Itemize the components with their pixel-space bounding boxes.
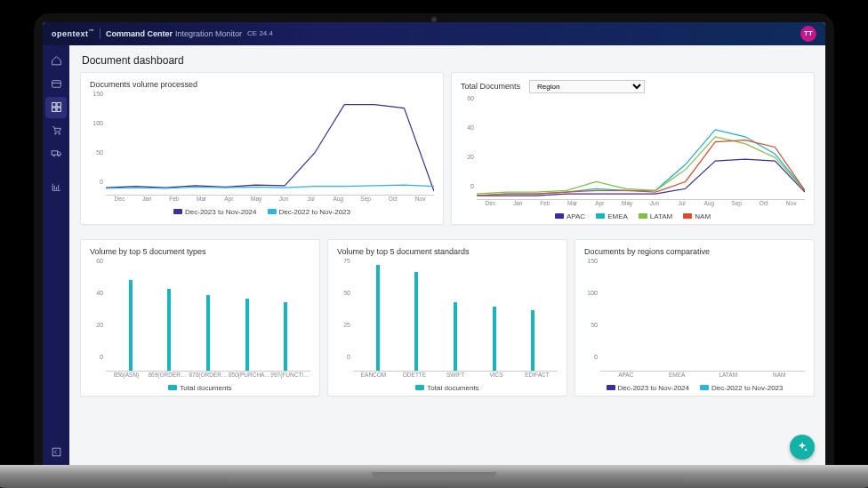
home-icon[interactable] — [45, 51, 67, 72]
brand-logo: opentext™ — [52, 28, 94, 38]
svg-point-6 — [58, 132, 60, 134]
card-regions-comparative: Documents by regions comparative 1501005… — [575, 239, 815, 396]
region-selector[interactable]: Region — [529, 80, 645, 93]
card-title: Documents volume processed — [90, 80, 197, 89]
page-title: Document dashboard — [82, 54, 815, 67]
app-version: CE 24.4 — [247, 29, 273, 37]
divider — [100, 28, 100, 39]
bar-chart-regions: 150100500 APACEMEALATAMNAM — [584, 258, 805, 372]
svg-point-8 — [52, 155, 54, 156]
svg-rect-3 — [52, 108, 55, 111]
svg-rect-4 — [57, 108, 60, 111]
svg-rect-2 — [57, 103, 60, 107]
app-subname: Integration Monitor — [175, 29, 242, 38]
card-doc-standards: Volume by top 5 document standards 75502… — [327, 239, 567, 396]
line-chart-total: 6040200 DecJanFebMarAprMayJunJulAugSepOc… — [461, 95, 805, 200]
app-name: Command Center — [106, 29, 173, 38]
svg-rect-10 — [52, 448, 60, 456]
inbox-icon[interactable] — [45, 74, 67, 95]
card-title: Total Documents — [461, 82, 520, 91]
assistant-fab[interactable] — [790, 435, 815, 460]
sidebar-nav — [43, 45, 69, 470]
bar-chart-types: 6040200 856(ASN)869(ORDER…870(ORDER…850(… — [90, 258, 310, 372]
card-doc-types: Volume by top 5 document types 6040200 8… — [80, 239, 320, 396]
bar-chart-standards: 7550250 EANCOMODETTESWIFTVICSEDIFACT — [337, 258, 558, 372]
truck-icon[interactable] — [45, 143, 67, 164]
dashboard-icon[interactable] — [45, 97, 67, 118]
collapse-icon[interactable] — [45, 442, 67, 463]
top-bar: opentext™ Command Center Integration Mon… — [43, 22, 825, 45]
svg-point-5 — [54, 132, 56, 134]
user-avatar[interactable]: TT — [800, 26, 816, 42]
card-volume-processed: Documents volume processed 150100500 Dec… — [80, 72, 444, 225]
cart-icon[interactable] — [45, 120, 67, 141]
line-chart-volume: 150100500 DecJanFebMarAprMayJunJulAugSep… — [90, 91, 434, 196]
svg-point-9 — [58, 155, 60, 156]
svg-rect-7 — [52, 151, 58, 155]
svg-rect-0 — [52, 81, 60, 88]
svg-rect-1 — [52, 103, 55, 107]
card-total-documents: Total Documents Region 6040200 DecJanFeb… — [451, 72, 815, 225]
chart-icon[interactable] — [45, 177, 67, 198]
